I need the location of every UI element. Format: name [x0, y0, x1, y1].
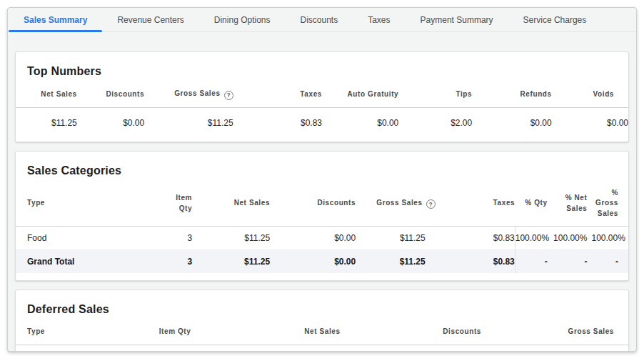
sales-categories-header-row: Type Item Qty Net Sales Discounts Gross … [16, 179, 628, 227]
pct-qty-cell: 100.00% [515, 227, 551, 250]
pct-qty-cell: - [515, 250, 551, 274]
column-header-item-qty: Item Qty [151, 317, 200, 345]
sales-report-page: Sales Summary Revenue Centers Dining Opt… [7, 7, 637, 352]
tab-service-charges[interactable]: Service Charges [508, 8, 602, 31]
column-header-gross-sales: Gross Sales? [144, 79, 233, 107]
pct-net-sales-cell: - [552, 250, 592, 274]
auto-gratuity-value: $0.00 [322, 107, 398, 142]
net-sales-value: $11.25 [16, 107, 77, 142]
column-label: Gross Sales [376, 199, 422, 207]
type-cell: Grand Total [16, 250, 144, 274]
gross-sales-cell: $11.25 [356, 227, 436, 250]
pct-net-sales-cell: 100.00% [552, 227, 592, 250]
deferred-sales-header-row: Type Item Qty Net Sales Discounts Gross … [16, 317, 628, 345]
top-numbers-value-row: $11.25 $0.00 $11.25 $0.83 $0.00 $2.00 $0… [16, 107, 628, 142]
top-numbers-card: Top Numbers Net Sales Discounts Gross Sa… [15, 51, 629, 142]
help-icon[interactable]: ? [224, 91, 233, 100]
voids-value: $0.00 [552, 107, 628, 142]
taxes-value: $0.83 [233, 107, 322, 142]
column-header-taxes: Taxes [436, 179, 515, 227]
column-header-refunds: Refunds [472, 79, 552, 107]
tab-bar: Sales Summary Revenue Centers Dining Opt… [8, 8, 636, 32]
discounts-cell: $0.00 [270, 227, 356, 250]
column-header-discounts: Discounts [270, 179, 356, 227]
column-header-discounts: Discounts [77, 79, 144, 107]
type-cell: Food [16, 227, 144, 250]
item-qty-cell: 3 [144, 227, 196, 250]
pct-gross-sales-cell: 100.00% [591, 227, 628, 250]
gross-sales-cell: $0.00 [481, 345, 628, 352]
table-row-grand-total: Grand Total 3 $11.25 $0.00 $11.25 $0.83 … [16, 250, 628, 274]
column-header-net-sales: Net Sales [199, 317, 340, 345]
tab-taxes[interactable]: Taxes [353, 8, 405, 31]
column-header-gross-sales: Gross Sales? [356, 179, 436, 227]
sales-categories-table: Type Item Qty Net Sales Discounts Gross … [16, 179, 628, 274]
column-header-type: Type [16, 179, 144, 227]
item-qty-cell: 0 [151, 345, 200, 352]
column-header-tips: Tips [398, 79, 472, 107]
tab-revenue-centers[interactable]: Revenue Centers [102, 8, 198, 31]
deferred-sales-title: Deferred Sales [27, 303, 617, 316]
top-numbers-table: Net Sales Discounts Gross Sales? Taxes A… [16, 79, 628, 142]
table-row-food: Food 3 $11.25 $0.00 $11.25 $0.83 100.00%… [16, 227, 628, 250]
pct-gross-sales-cell: - [591, 250, 628, 274]
report-viewport: Sales Summary Revenue Centers Dining Opt… [0, 0, 644, 361]
type-cell: Grand Total [16, 345, 151, 352]
card-bottom-spacer [16, 273, 628, 280]
column-header-item-qty: Item Qty [144, 179, 196, 227]
top-numbers-header-row: Net Sales Discounts Gross Sales? Taxes A… [16, 79, 628, 107]
deferred-sales-card: Deferred Sales Type Item Qty Net Sales D… [15, 290, 629, 352]
column-header-gross-sales: Gross Sales [481, 317, 628, 345]
top-numbers-title: Top Numbers [27, 65, 617, 78]
column-header-pct-qty: % Qty [515, 179, 551, 227]
column-header-discounts: Discounts [341, 317, 481, 345]
column-header-taxes: Taxes [233, 79, 322, 107]
discounts-value: $0.00 [77, 107, 144, 142]
sales-categories-title: Sales Categories [27, 164, 617, 177]
column-header-auto-gratuity: Auto Gratuity [322, 79, 398, 107]
refunds-value: $0.00 [472, 107, 552, 142]
column-header-pct-gross-sales: % Gross Sales [591, 179, 628, 227]
tab-discounts[interactable]: Discounts [286, 8, 353, 31]
gross-sales-cell: $11.25 [356, 250, 436, 274]
discounts-cell: $0.00 [341, 345, 481, 352]
column-header-type: Type [16, 317, 151, 345]
help-icon[interactable]: ? [426, 199, 436, 209]
tab-dining-options[interactable]: Dining Options [199, 8, 286, 31]
column-label: Gross Sales [174, 89, 220, 97]
column-header-voids: Voids [552, 79, 628, 107]
tab-sales-summary[interactable]: Sales Summary [9, 8, 102, 31]
column-header-net-sales: Net Sales [16, 79, 77, 107]
deferred-sales-table: Type Item Qty Net Sales Discounts Gross … [16, 317, 628, 352]
net-sales-cell: $11.25 [196, 227, 270, 250]
tips-value: $2.00 [398, 107, 472, 142]
table-row-grand-total: Grand Total 0 $0.00 $0.00 $0.00 [16, 345, 628, 352]
taxes-cell: $0.83 [436, 250, 515, 274]
taxes-cell: $0.83 [436, 227, 515, 250]
net-sales-cell: $11.25 [196, 250, 270, 274]
sales-categories-card: Sales Categories Type Item Qty Net Sales… [15, 151, 629, 282]
item-qty-cell: 3 [144, 250, 196, 274]
discounts-cell: $0.00 [270, 250, 356, 274]
tab-payment-summary[interactable]: Payment Summary [406, 8, 508, 31]
gross-sales-value: $11.25 [144, 107, 233, 142]
net-sales-cell: $0.00 [199, 345, 340, 352]
column-header-pct-net-sales: % Net Sales [552, 179, 592, 227]
column-header-net-sales: Net Sales [196, 179, 270, 227]
